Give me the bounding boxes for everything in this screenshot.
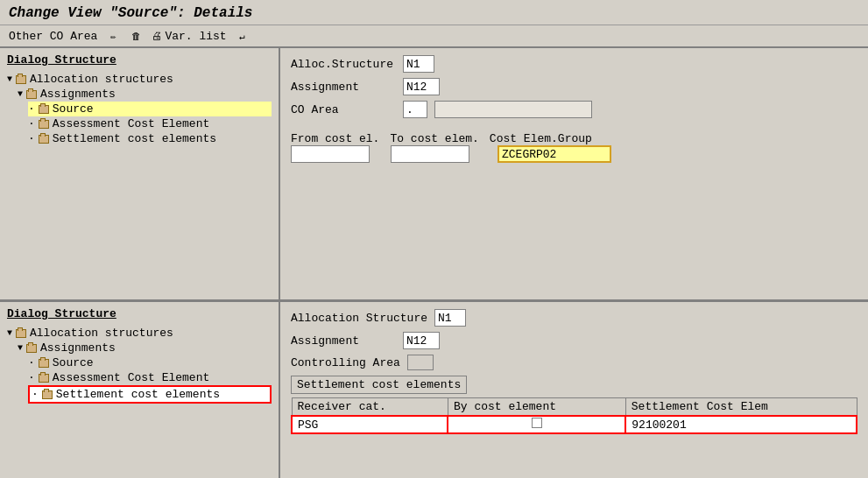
bottom-assessment-dot: · — [28, 371, 35, 384]
top-dialog-header: Dialog Structure — [7, 53, 272, 67]
top-from-cost-label: From cost el. — [291, 132, 379, 145]
top-to-cost-label: To cost elem. — [390, 132, 478, 145]
top-alloc-folder-icon — [16, 75, 26, 84]
top-detail-panel: Alloc.Structure Assignment CO Area From … — [280, 48, 868, 299]
bottom-assignment-input[interactable] — [403, 332, 440, 349]
bottom-panel: Dialog Structure ▼ Allocation structures… — [0, 302, 868, 478]
top-tree-allocation-structures[interactable]: ▼ Allocation structures — [7, 72, 272, 87]
bottom-dialog-header: Dialog Structure — [7, 307, 272, 320]
top-tree-source[interactable]: · Source — [28, 102, 272, 116]
top-from-cost-input[interactable] — [291, 145, 370, 163]
bottom-settlement-dot: · — [32, 388, 39, 401]
top-assessment-dot: · — [28, 117, 35, 130]
bottom-assignment-row: Assignment — [291, 332, 857, 349]
top-settlement-dot: · — [28, 132, 35, 145]
cell-receiver-cat[interactable]: PSG — [292, 416, 448, 433]
top-assign-folder-icon — [26, 90, 37, 99]
table-row: PSG 92100201 — [292, 416, 857, 433]
top-co-area-input[interactable] — [403, 101, 427, 118]
bottom-alloc-arrow[interactable]: ▼ — [7, 328, 12, 338]
top-co-area-row: CO Area — [291, 101, 857, 118]
var-list-button[interactable]: 🖨 Var. list — [152, 30, 226, 43]
bottom-assign-label: Assignments — [40, 341, 116, 355]
top-alloc-arrow[interactable]: ▼ — [7, 74, 12, 84]
top-source-dot: · — [28, 102, 35, 116]
bottom-tree-allocation-structures[interactable]: ▼ Allocation structures — [7, 326, 272, 341]
bottom-controlling-area-row: Controlling Area — [291, 355, 857, 370]
bottom-settlement-label: Settlement cost elements — [56, 388, 220, 401]
top-cost-elem-section: From cost el. To cost elem. Cost Elem.Gr… — [291, 132, 857, 163]
settlement-table: Receiver cat. By cost element Settlement… — [291, 397, 857, 434]
bottom-detail-panel: Allocation Structure Assignment Controll… — [280, 302, 868, 478]
toolbar: Other CO Area ✏ 🗑 🖨 Var. list ↵ — [0, 25, 868, 48]
top-assignment-row: Assignment — [291, 78, 857, 95]
bottom-alloc-structure-row: Allocation Structure — [291, 309, 857, 327]
bottom-source-folder-icon — [39, 359, 49, 368]
bottom-settlement-folder-icon — [42, 390, 53, 399]
arrow-icon[interactable]: ↵ — [236, 29, 250, 43]
top-to-cost-input[interactable] — [391, 145, 469, 163]
top-assign-label: Assignments — [40, 88, 116, 101]
bottom-alloc-folder-icon — [16, 329, 26, 338]
page-title: Change View "Source": Details — [9, 5, 252, 21]
trash-icon[interactable]: 🗑 — [129, 29, 143, 43]
bottom-alloc-structure-label: Allocation Structure — [291, 312, 427, 325]
bottom-alloc-structure-input[interactable] — [434, 309, 466, 327]
other-co-area-button[interactable]: Other CO Area — [9, 30, 97, 43]
top-alloc-structure-input[interactable] — [403, 55, 434, 73]
top-assign-arrow[interactable]: ▼ — [18, 89, 23, 99]
printer-icon: 🖨 — [152, 30, 162, 43]
top-settlement-label: Settlement cost elements — [53, 132, 216, 145]
top-cost-elem-group-input[interactable] — [498, 145, 611, 163]
top-alloc-structure-label: Alloc.Structure — [291, 58, 396, 71]
bottom-tree-assessment[interactable]: · Assessment Cost Element — [28, 370, 272, 385]
by-cost-element-checkbox[interactable] — [532, 418, 542, 428]
top-assignment-label: Assignment — [291, 81, 396, 94]
top-cost-elem-row: From cost el. To cost elem. Cost Elem.Gr… — [291, 132, 857, 145]
top-cost-elem-inputs-row — [291, 145, 857, 163]
bottom-controlling-area-label: Controlling Area — [291, 356, 400, 369]
top-cost-elem-group-label: Cost Elem.Group — [490, 132, 592, 145]
col-by-cost-element: By cost element — [448, 398, 625, 417]
bottom-alloc-label: Allocation structures — [30, 327, 173, 340]
pencil-icon[interactable]: ✏ — [106, 29, 120, 43]
top-assessment-label: Assessment Cost Element — [53, 117, 209, 130]
top-co-area-desc — [434, 101, 592, 118]
top-panel: Dialog Structure ▼ Allocation structures… — [0, 48, 868, 302]
bottom-controlling-area-box — [407, 355, 434, 370]
top-source-label: Source — [53, 102, 94, 116]
bottom-assign-arrow[interactable]: ▼ — [18, 343, 23, 353]
bottom-settlement-table-header: Settlement cost elements — [297, 378, 461, 391]
col-receiver-cat: Receiver cat. — [292, 398, 448, 417]
top-dialog-structure: Dialog Structure ▼ Allocation structures… — [0, 48, 280, 299]
bottom-assessment-label: Assessment Cost Element — [53, 371, 209, 384]
top-tree-assignments[interactable]: ▼ Assignments — [18, 87, 272, 102]
top-co-area-label: CO Area — [291, 103, 396, 116]
bottom-settlement-table-container: Settlement cost elements Receiver cat. B… — [291, 376, 857, 434]
top-source-folder-icon — [39, 105, 49, 114]
var-list-label: Var. list — [165, 30, 226, 43]
top-assignment-input[interactable] — [403, 78, 440, 95]
cell-by-cost-element[interactable] — [448, 416, 625, 433]
bottom-tree-source[interactable]: · Source — [28, 355, 272, 370]
title-bar: Change View "Source": Details — [0, 0, 868, 25]
top-alloc-structure-row: Alloc.Structure — [291, 55, 857, 73]
bottom-tree-assignments[interactable]: ▼ Assignments — [18, 341, 272, 355]
bottom-source-dot: · — [28, 356, 35, 369]
bottom-source-label: Source — [53, 356, 94, 369]
top-tree-assessment-cost[interactable]: · Assessment Cost Element — [28, 116, 272, 131]
top-alloc-label: Allocation structures — [30, 73, 173, 86]
top-assessment-folder-icon — [39, 120, 49, 129]
bottom-assessment-folder-icon — [39, 374, 49, 383]
col-settlement-cost-elem: Settlement Cost Elem — [625, 398, 857, 417]
main-content: Dialog Structure ▼ Allocation structures… — [0, 48, 868, 478]
other-co-area-label: Other CO Area — [9, 30, 97, 43]
cell-settlement-cost-elem: 92100201 — [625, 416, 857, 433]
bottom-dialog-structure: Dialog Structure ▼ Allocation structures… — [0, 302, 280, 478]
top-settlement-folder-icon — [39, 135, 49, 144]
top-tree-settlement[interactable]: · Settlement cost elements — [28, 131, 272, 146]
bottom-assignment-label: Assignment — [291, 334, 396, 348]
bottom-assign-folder-icon — [26, 344, 37, 353]
bottom-tree-settlement[interactable]: · Settlement cost elements — [28, 385, 272, 404]
